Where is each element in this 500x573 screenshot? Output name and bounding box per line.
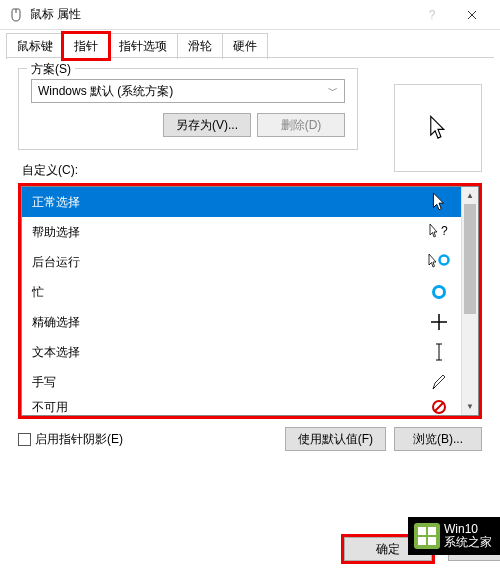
cursor-ibeam-icon [427, 343, 451, 361]
list-item-label: 正常选择 [32, 194, 80, 211]
cursor-pen-icon [427, 373, 451, 391]
list-item-text-select[interactable]: 文本选择 [22, 337, 461, 367]
save-as-button[interactable]: 另存为(V)... [163, 113, 251, 137]
list-item-label: 不可用 [32, 399, 68, 416]
scheme-selected-text: Windows 默认 (系统方案) [38, 83, 173, 100]
dialog-footer: 确定 取消 Win10 系统之家 [0, 537, 500, 561]
list-item-handwriting[interactable]: 手写 [22, 367, 461, 397]
cursor-arrow-white-icon [427, 192, 451, 212]
list-item-precision[interactable]: 精确选择 [22, 307, 461, 337]
scheme-groupbox: 方案(S) Windows 默认 (系统方案) ﹀ 另存为(V)... 删除(D… [18, 68, 358, 150]
svg-point-1 [440, 256, 449, 265]
enable-shadow-checkbox[interactable]: 启用指针阴影(E) [18, 431, 123, 448]
watermark-line2: 系统之家 [444, 536, 492, 549]
windows-logo-icon [414, 523, 440, 549]
mouse-icon [8, 7, 24, 23]
tab-wheel[interactable]: 滑轮 [177, 33, 223, 59]
scheme-combobox[interactable]: Windows 默认 (系统方案) ﹀ [31, 79, 345, 103]
list-item-label: 精确选择 [32, 314, 80, 331]
scheme-label: 方案(S) [27, 61, 75, 78]
scroll-thumb[interactable] [464, 204, 476, 314]
tab-pointers[interactable]: 指针 [63, 33, 109, 59]
scroll-down-button[interactable]: ▼ [462, 398, 478, 415]
browse-button[interactable]: 浏览(B)... [394, 427, 482, 451]
title-bar: 鼠标 属性 ? [0, 0, 500, 30]
svg-text:?: ? [441, 224, 448, 238]
cursor-help-icon: ? [427, 223, 451, 241]
list-item-label: 后台运行 [32, 254, 80, 271]
help-button: ? [412, 1, 452, 29]
list-item-label: 忙 [32, 284, 44, 301]
list-item-label: 文本选择 [32, 344, 80, 361]
listbox-scrollbar[interactable]: ▲ ▼ [461, 187, 478, 415]
cursor-bg-ring-icon [427, 253, 451, 271]
list-item-unavailable[interactable]: 不可用 [22, 397, 461, 415]
watermark-text: Win10 系统之家 [444, 523, 492, 549]
list-item-label: 手写 [32, 374, 56, 391]
cursor-busy-ring-icon [427, 284, 451, 300]
tab-buttons[interactable]: 鼠标键 [6, 33, 64, 59]
svg-point-2 [434, 287, 445, 298]
window-title: 鼠标 属性 [30, 6, 412, 23]
list-item-busy[interactable]: 忙 [22, 277, 461, 307]
cursor-arrow-icon [429, 115, 447, 141]
tab-content: 方案(S) Windows 默认 (系统方案) ﹀ 另存为(V)... 删除(D… [0, 58, 500, 461]
chevron-down-icon: ﹀ [328, 84, 338, 98]
checkbox-icon [18, 433, 31, 446]
tab-strip: 鼠标键 指针 指针选项 滑轮 硬件 [0, 30, 500, 58]
list-item-working-bg[interactable]: 后台运行 [22, 247, 461, 277]
list-item-normal-select[interactable]: 正常选择 [22, 187, 461, 217]
scroll-up-button[interactable]: ▲ [462, 187, 478, 204]
list-item-help-select[interactable]: 帮助选择 ? [22, 217, 461, 247]
use-default-button[interactable]: 使用默认值(F) [285, 427, 386, 451]
cursor-listbox[interactable]: 正常选择 帮助选择 ? 后台运行 [21, 186, 479, 416]
watermark: Win10 系统之家 [408, 517, 500, 555]
cursor-no-icon [427, 399, 451, 415]
delete-button: 删除(D) [257, 113, 345, 137]
cursor-preview-box [394, 84, 482, 172]
listbox-highlight: 正常选择 帮助选择 ? 后台运行 [18, 183, 482, 419]
tab-hardware[interactable]: 硬件 [222, 33, 268, 59]
close-button[interactable] [452, 1, 492, 29]
enable-shadow-label: 启用指针阴影(E) [35, 432, 123, 446]
cursor-cross-icon [427, 313, 451, 331]
tab-pointer-options[interactable]: 指针选项 [108, 33, 178, 59]
list-item-label: 帮助选择 [32, 224, 80, 241]
